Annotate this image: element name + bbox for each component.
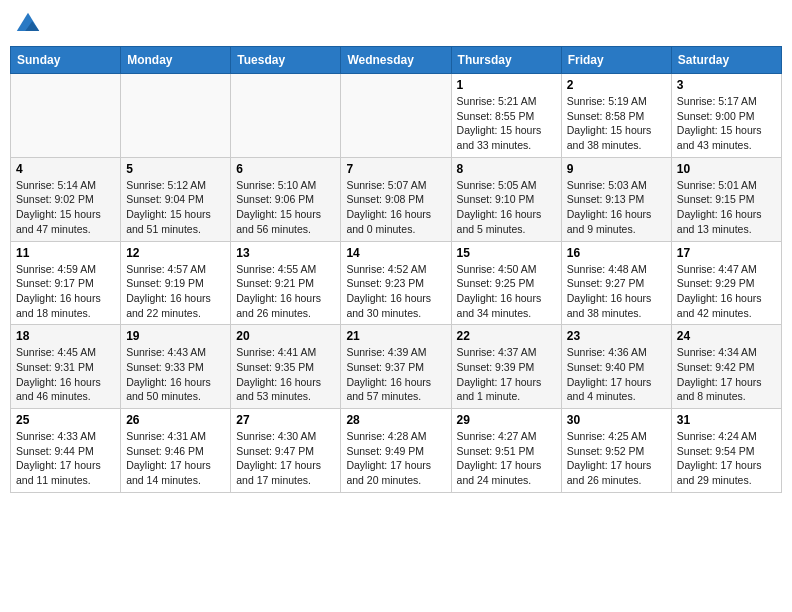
- day-number: 2: [567, 78, 666, 92]
- day-info: Sunrise: 4:24 AM Sunset: 9:54 PM Dayligh…: [677, 429, 776, 488]
- calendar-cell: [231, 74, 341, 158]
- day-number: 6: [236, 162, 335, 176]
- day-number: 1: [457, 78, 556, 92]
- day-number: 29: [457, 413, 556, 427]
- day-info: Sunrise: 5:03 AM Sunset: 9:13 PM Dayligh…: [567, 178, 666, 237]
- day-number: 8: [457, 162, 556, 176]
- day-info: Sunrise: 4:47 AM Sunset: 9:29 PM Dayligh…: [677, 262, 776, 321]
- day-number: 4: [16, 162, 115, 176]
- page-header: [10, 10, 782, 38]
- day-info: Sunrise: 4:45 AM Sunset: 9:31 PM Dayligh…: [16, 345, 115, 404]
- calendar-cell: 6Sunrise: 5:10 AM Sunset: 9:06 PM Daylig…: [231, 157, 341, 241]
- calendar-cell: 16Sunrise: 4:48 AM Sunset: 9:27 PM Dayli…: [561, 241, 671, 325]
- day-number: 10: [677, 162, 776, 176]
- calendar-cell: 14Sunrise: 4:52 AM Sunset: 9:23 PM Dayli…: [341, 241, 451, 325]
- day-info: Sunrise: 4:27 AM Sunset: 9:51 PM Dayligh…: [457, 429, 556, 488]
- day-info: Sunrise: 5:01 AM Sunset: 9:15 PM Dayligh…: [677, 178, 776, 237]
- day-info: Sunrise: 4:33 AM Sunset: 9:44 PM Dayligh…: [16, 429, 115, 488]
- day-info: Sunrise: 5:21 AM Sunset: 8:55 PM Dayligh…: [457, 94, 556, 153]
- day-number: 26: [126, 413, 225, 427]
- calendar-cell: 8Sunrise: 5:05 AM Sunset: 9:10 PM Daylig…: [451, 157, 561, 241]
- day-info: Sunrise: 4:39 AM Sunset: 9:37 PM Dayligh…: [346, 345, 445, 404]
- day-info: Sunrise: 5:10 AM Sunset: 9:06 PM Dayligh…: [236, 178, 335, 237]
- day-number: 17: [677, 246, 776, 260]
- day-number: 28: [346, 413, 445, 427]
- calendar-cell: 2Sunrise: 5:19 AM Sunset: 8:58 PM Daylig…: [561, 74, 671, 158]
- day-number: 21: [346, 329, 445, 343]
- day-info: Sunrise: 4:30 AM Sunset: 9:47 PM Dayligh…: [236, 429, 335, 488]
- calendar-cell: 5Sunrise: 5:12 AM Sunset: 9:04 PM Daylig…: [121, 157, 231, 241]
- calendar-cell: 27Sunrise: 4:30 AM Sunset: 9:47 PM Dayli…: [231, 409, 341, 493]
- calendar-cell: 12Sunrise: 4:57 AM Sunset: 9:19 PM Dayli…: [121, 241, 231, 325]
- day-info: Sunrise: 4:31 AM Sunset: 9:46 PM Dayligh…: [126, 429, 225, 488]
- calendar-cell: 31Sunrise: 4:24 AM Sunset: 9:54 PM Dayli…: [671, 409, 781, 493]
- day-number: 5: [126, 162, 225, 176]
- day-info: Sunrise: 5:07 AM Sunset: 9:08 PM Dayligh…: [346, 178, 445, 237]
- calendar-cell: 19Sunrise: 4:43 AM Sunset: 9:33 PM Dayli…: [121, 325, 231, 409]
- calendar-cell: 13Sunrise: 4:55 AM Sunset: 9:21 PM Dayli…: [231, 241, 341, 325]
- calendar-cell: 28Sunrise: 4:28 AM Sunset: 9:49 PM Dayli…: [341, 409, 451, 493]
- day-number: 12: [126, 246, 225, 260]
- calendar-cell: 4Sunrise: 5:14 AM Sunset: 9:02 PM Daylig…: [11, 157, 121, 241]
- day-info: Sunrise: 4:37 AM Sunset: 9:39 PM Dayligh…: [457, 345, 556, 404]
- calendar-cell: 29Sunrise: 4:27 AM Sunset: 9:51 PM Dayli…: [451, 409, 561, 493]
- day-number: 18: [16, 329, 115, 343]
- day-info: Sunrise: 4:59 AM Sunset: 9:17 PM Dayligh…: [16, 262, 115, 321]
- day-info: Sunrise: 5:05 AM Sunset: 9:10 PM Dayligh…: [457, 178, 556, 237]
- calendar-cell: 9Sunrise: 5:03 AM Sunset: 9:13 PM Daylig…: [561, 157, 671, 241]
- calendar-cell: 10Sunrise: 5:01 AM Sunset: 9:15 PM Dayli…: [671, 157, 781, 241]
- week-row-3: 11Sunrise: 4:59 AM Sunset: 9:17 PM Dayli…: [11, 241, 782, 325]
- day-info: Sunrise: 4:28 AM Sunset: 9:49 PM Dayligh…: [346, 429, 445, 488]
- day-number: 9: [567, 162, 666, 176]
- weekday-header-saturday: Saturday: [671, 47, 781, 74]
- calendar-cell: 15Sunrise: 4:50 AM Sunset: 9:25 PM Dayli…: [451, 241, 561, 325]
- week-row-4: 18Sunrise: 4:45 AM Sunset: 9:31 PM Dayli…: [11, 325, 782, 409]
- calendar-cell: 1Sunrise: 5:21 AM Sunset: 8:55 PM Daylig…: [451, 74, 561, 158]
- calendar-cell: [341, 74, 451, 158]
- day-info: Sunrise: 4:25 AM Sunset: 9:52 PM Dayligh…: [567, 429, 666, 488]
- weekday-header-friday: Friday: [561, 47, 671, 74]
- calendar-cell: [11, 74, 121, 158]
- day-number: 16: [567, 246, 666, 260]
- day-number: 15: [457, 246, 556, 260]
- day-info: Sunrise: 4:57 AM Sunset: 9:19 PM Dayligh…: [126, 262, 225, 321]
- day-info: Sunrise: 5:19 AM Sunset: 8:58 PM Dayligh…: [567, 94, 666, 153]
- calendar-cell: 3Sunrise: 5:17 AM Sunset: 9:00 PM Daylig…: [671, 74, 781, 158]
- calendar-cell: 25Sunrise: 4:33 AM Sunset: 9:44 PM Dayli…: [11, 409, 121, 493]
- day-info: Sunrise: 4:34 AM Sunset: 9:42 PM Dayligh…: [677, 345, 776, 404]
- calendar-cell: [121, 74, 231, 158]
- weekday-header-wednesday: Wednesday: [341, 47, 451, 74]
- day-info: Sunrise: 5:12 AM Sunset: 9:04 PM Dayligh…: [126, 178, 225, 237]
- calendar-cell: 17Sunrise: 4:47 AM Sunset: 9:29 PM Dayli…: [671, 241, 781, 325]
- calendar-cell: 30Sunrise: 4:25 AM Sunset: 9:52 PM Dayli…: [561, 409, 671, 493]
- day-number: 24: [677, 329, 776, 343]
- day-info: Sunrise: 4:36 AM Sunset: 9:40 PM Dayligh…: [567, 345, 666, 404]
- week-row-5: 25Sunrise: 4:33 AM Sunset: 9:44 PM Dayli…: [11, 409, 782, 493]
- day-info: Sunrise: 4:55 AM Sunset: 9:21 PM Dayligh…: [236, 262, 335, 321]
- day-number: 22: [457, 329, 556, 343]
- weekday-header-thursday: Thursday: [451, 47, 561, 74]
- day-info: Sunrise: 5:14 AM Sunset: 9:02 PM Dayligh…: [16, 178, 115, 237]
- weekday-header-row: SundayMondayTuesdayWednesdayThursdayFrid…: [11, 47, 782, 74]
- day-number: 25: [16, 413, 115, 427]
- calendar-cell: 18Sunrise: 4:45 AM Sunset: 9:31 PM Dayli…: [11, 325, 121, 409]
- day-number: 7: [346, 162, 445, 176]
- logo: [14, 10, 46, 38]
- day-number: 11: [16, 246, 115, 260]
- week-row-1: 1Sunrise: 5:21 AM Sunset: 8:55 PM Daylig…: [11, 74, 782, 158]
- day-number: 20: [236, 329, 335, 343]
- calendar-cell: 7Sunrise: 5:07 AM Sunset: 9:08 PM Daylig…: [341, 157, 451, 241]
- day-number: 14: [346, 246, 445, 260]
- day-info: Sunrise: 4:41 AM Sunset: 9:35 PM Dayligh…: [236, 345, 335, 404]
- day-number: 31: [677, 413, 776, 427]
- day-number: 27: [236, 413, 335, 427]
- weekday-header-monday: Monday: [121, 47, 231, 74]
- logo-icon: [14, 10, 42, 38]
- calendar-cell: 23Sunrise: 4:36 AM Sunset: 9:40 PM Dayli…: [561, 325, 671, 409]
- day-info: Sunrise: 4:52 AM Sunset: 9:23 PM Dayligh…: [346, 262, 445, 321]
- calendar-table: SundayMondayTuesdayWednesdayThursdayFrid…: [10, 46, 782, 493]
- calendar-cell: 21Sunrise: 4:39 AM Sunset: 9:37 PM Dayli…: [341, 325, 451, 409]
- day-info: Sunrise: 4:43 AM Sunset: 9:33 PM Dayligh…: [126, 345, 225, 404]
- day-info: Sunrise: 4:50 AM Sunset: 9:25 PM Dayligh…: [457, 262, 556, 321]
- weekday-header-sunday: Sunday: [11, 47, 121, 74]
